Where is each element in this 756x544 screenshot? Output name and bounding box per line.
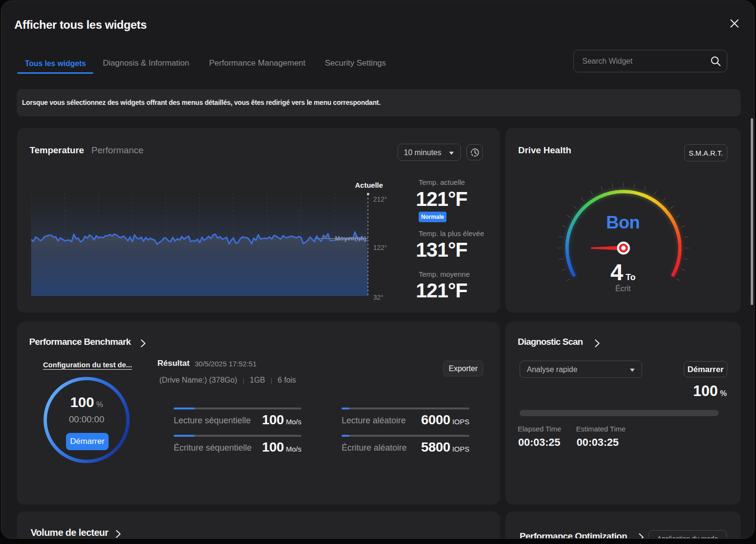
svg-text:Moyen(ne): Moyen(ne) <box>335 235 366 242</box>
